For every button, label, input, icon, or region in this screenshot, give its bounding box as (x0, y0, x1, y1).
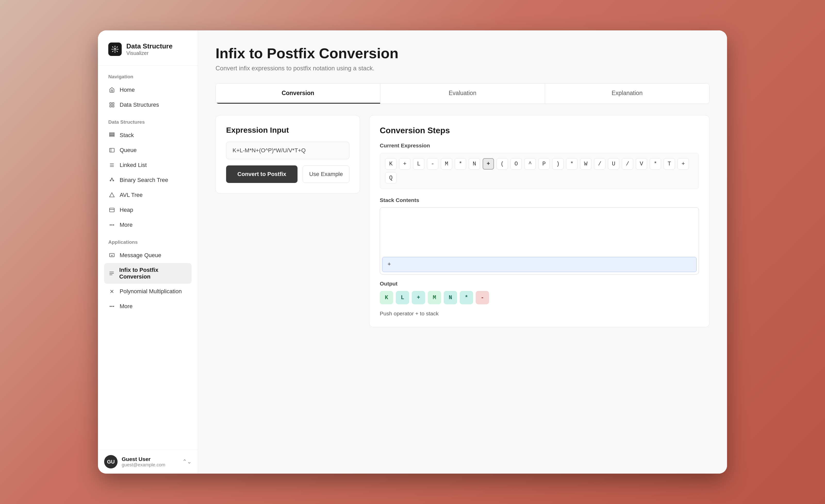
page-subtitle: Convert infix expressions to postfix not… (216, 65, 709, 72)
tab-conversion[interactable]: Conversion (216, 83, 380, 104)
token-10: ^ (524, 158, 536, 170)
tab-explanation[interactable]: Explanation (545, 83, 709, 104)
token-1: + (399, 158, 410, 170)
token-16: U (608, 158, 619, 170)
sidebar-item-stack-label: Stack (120, 132, 134, 139)
sidebar-item-avl[interactable]: AVL Tree (104, 188, 192, 202)
svg-rect-1 (110, 103, 111, 104)
token-0: K (385, 158, 396, 170)
use-example-button[interactable]: Use Example (303, 165, 349, 183)
sidebar-item-message-queue-label: Message Queue (120, 252, 161, 259)
token-21: + (678, 158, 689, 170)
svg-rect-7 (109, 133, 114, 134)
page-title: Infix to Postfix Conversion (216, 45, 709, 62)
svg-line-17 (112, 179, 114, 180)
btn-row: Convert to Postfix Use Example (226, 165, 349, 183)
svg-point-30 (110, 306, 110, 307)
convert-button[interactable]: Convert to Postfix (226, 165, 298, 183)
sidebar-item-queue[interactable]: Queue (104, 143, 192, 157)
sidebar-item-more-apps-label: More (120, 303, 133, 310)
token-15: / (594, 158, 605, 170)
token-11: P (538, 158, 550, 170)
apps-section-label: Applications (104, 239, 192, 245)
svg-rect-4 (112, 105, 114, 107)
sidebar-item-home[interactable]: Home (104, 83, 192, 97)
sidebar-item-bst-label: Binary Search Tree (120, 177, 168, 183)
svg-rect-19 (109, 208, 114, 212)
token-7: + (482, 158, 494, 170)
token-9: O (511, 158, 522, 170)
queue-icon (108, 147, 116, 154)
sidebar-item-more-apps[interactable]: More (104, 299, 192, 314)
main-content: Infix to Postfix Conversion Convert infi… (198, 30, 727, 474)
sidebar-item-message-queue[interactable]: Message Queue (104, 248, 192, 263)
output-token-1: L (396, 291, 409, 304)
svg-rect-24 (109, 254, 114, 257)
tabs-bar: Conversion Evaluation Explanation (216, 83, 709, 104)
expression-input-field[interactable] (226, 142, 349, 159)
svg-point-31 (111, 306, 112, 307)
token-strip: K+L-M*N+(O^P)*W/U/V*T+Q (380, 153, 699, 189)
svg-rect-3 (110, 105, 111, 107)
output-token-5: * (460, 291, 473, 304)
token-20: T (664, 158, 675, 170)
sidebar-item-more-ds-label: More (120, 222, 133, 228)
user-email: guest@example.com (122, 462, 165, 468)
output-label: Output (380, 280, 699, 287)
sidebar-item-bst[interactable]: Binary Search Tree (104, 173, 192, 187)
svg-marker-18 (109, 193, 114, 197)
svg-rect-6 (109, 136, 114, 137)
svg-point-22 (111, 225, 112, 226)
more-apps-icon (108, 303, 116, 310)
token-6: N (469, 158, 480, 170)
sidebar-item-linked-list-label: Linked List (120, 162, 147, 169)
svg-point-32 (113, 306, 114, 307)
sidebar-item-home-label: Home (120, 87, 135, 93)
token-22: Q (385, 172, 396, 183)
svg-point-15 (113, 180, 114, 181)
token-14: W (580, 158, 591, 170)
user-info: GU Guest User guest@example.com (104, 455, 165, 469)
sidebar-item-linked-list[interactable]: Linked List (104, 158, 192, 172)
token-2: L (413, 158, 424, 170)
tab-evaluation[interactable]: Evaluation (380, 83, 545, 104)
linked-list-icon (108, 162, 116, 169)
more-ds-icon (108, 221, 116, 229)
sidebar-item-heap[interactable]: Heap (104, 203, 192, 217)
avatar: GU (104, 455, 118, 469)
sidebar-item-queue-label: Queue (120, 147, 137, 154)
sidebar-item-stack[interactable]: Stack (104, 128, 192, 143)
user-details: Guest User guest@example.com (122, 456, 165, 468)
logo-subtitle: Visualizer (126, 50, 172, 56)
output-token-4: N (444, 291, 457, 304)
sidebar-item-infix-postfix[interactable]: Infix to Postfix Conversion (104, 263, 192, 284)
status-message: Push operator + to stack (380, 311, 699, 317)
expression-input-card: Expression Input Convert to Postfix Use … (216, 115, 360, 193)
svg-point-13 (111, 178, 112, 179)
user-chevron-icon[interactable]: ⌃⌄ (182, 458, 192, 465)
sidebar-item-data-structures[interactable]: Data Structures (104, 98, 192, 112)
stack-icon (108, 132, 116, 139)
sidebar-item-poly-mult[interactable]: Polynomial Multiplication (104, 284, 192, 299)
sidebar: Data Structure Visualizer Navigation Hom… (98, 30, 198, 474)
output-section: Output KL+MN*- (380, 280, 699, 304)
token-17: / (622, 158, 633, 170)
stack-area: + (380, 207, 699, 274)
output-token-0: K (380, 291, 393, 304)
token-19: * (650, 158, 661, 170)
svg-point-14 (110, 180, 111, 181)
output-token-2: + (412, 291, 425, 304)
message-queue-icon (108, 252, 116, 259)
sidebar-item-more-ds[interactable]: More (104, 218, 192, 232)
app-window: Data Structure Visualizer Navigation Hom… (98, 30, 727, 474)
apps-section: Applications Message Queue Infix to Post… (104, 239, 192, 314)
infix-postfix-icon (108, 270, 115, 277)
token-18: V (636, 158, 647, 170)
svg-point-23 (113, 225, 114, 226)
logo-icon (108, 43, 122, 56)
output-tokens: KL+MN*- (380, 291, 699, 304)
svg-rect-2 (112, 103, 114, 104)
bst-icon (108, 176, 116, 184)
logo-text: Data Structure Visualizer (126, 42, 172, 56)
expression-input-title: Expression Input (226, 126, 349, 135)
